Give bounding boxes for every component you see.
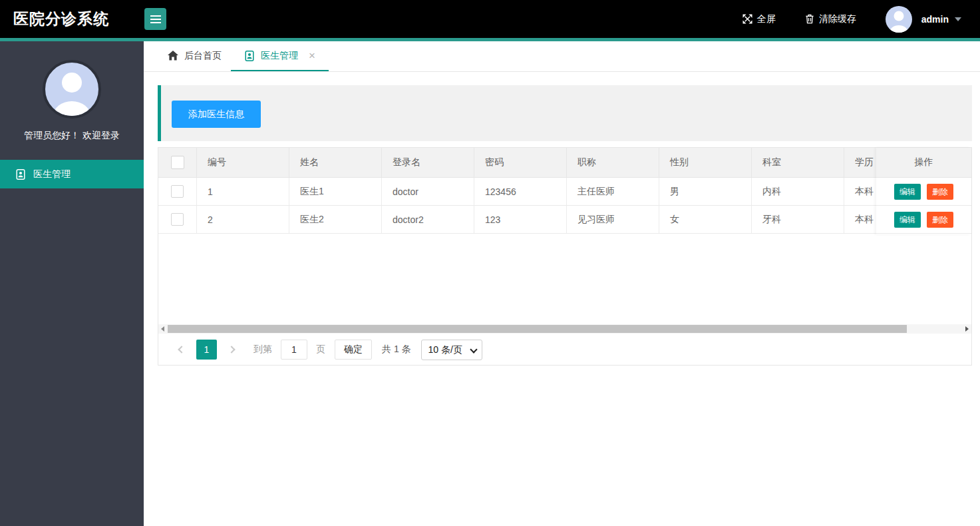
column-header-title: 职称 — [567, 148, 659, 177]
fullscreen-button[interactable]: 全屏 — [742, 13, 776, 25]
edit-button[interactable]: 编辑 — [894, 184, 921, 200]
sidebar-item-doctor-management[interactable]: 医生管理 — [0, 160, 144, 188]
column-header-login: 登录名 — [382, 148, 474, 177]
sidebar-item-label: 医生管理 — [33, 168, 71, 180]
row-checkbox[interactable] — [171, 185, 184, 198]
fullscreen-label: 全屏 — [757, 13, 776, 25]
cell-title: 见习医师 — [567, 206, 659, 233]
page-unit-label: 页 — [316, 344, 325, 356]
sidebar: 管理员您好！ 欢迎登录 医生管理 — [0, 41, 144, 526]
total-count-label: 共 1 条 — [382, 344, 411, 356]
fixed-operations-column: 操作 编辑 删除 编辑 删除 — [876, 148, 971, 234]
tab-close-icon[interactable]: × — [309, 50, 315, 61]
scroll-left-arrow[interactable] — [158, 324, 167, 334]
column-header-operations: 操作 — [876, 148, 971, 178]
horizontal-scrollbar[interactable] — [158, 324, 971, 334]
pagination-bar: 1 到第 页 确定 共 1 条 10 条/页 — [158, 334, 971, 365]
scrollbar-thumb[interactable] — [168, 325, 907, 333]
page-number-button[interactable]: 1 — [196, 340, 217, 360]
cell-password: 123456 — [474, 178, 567, 205]
cell-gender: 女 — [659, 206, 752, 233]
page-size-select-wrap: 10 条/页 — [421, 340, 482, 360]
select-all-checkbox[interactable] — [171, 156, 184, 169]
column-header-password: 密码 — [474, 148, 567, 177]
sidebar-collapse-button[interactable] — [144, 8, 166, 30]
cell-name: 医生1 — [289, 178, 382, 205]
trash-icon — [805, 14, 814, 24]
sidebar-avatar — [43, 60, 101, 119]
column-header-name: 姓名 — [289, 148, 382, 177]
cell-login: doctor2 — [382, 206, 474, 233]
goto-page-input[interactable] — [281, 340, 307, 360]
home-icon — [168, 51, 178, 61]
confirm-page-button[interactable]: 确定 — [335, 340, 372, 360]
tab-doctor-management[interactable]: 医生管理 × — [231, 41, 329, 71]
cell-no: 2 — [197, 206, 289, 233]
app-header: 医院分诊系统 全屏 — [0, 0, 980, 38]
row-checkbox[interactable] — [171, 213, 184, 226]
delete-button[interactable]: 删除 — [927, 212, 953, 228]
user-menu[interactable]: admin — [886, 6, 961, 33]
row-checkbox-cell — [158, 206, 197, 233]
cell-no: 1 — [197, 178, 289, 205]
cell-gender: 男 — [659, 178, 752, 205]
action-panel: 添加医生信息 — [158, 85, 972, 141]
welcome-text: 管理员您好！ 欢迎登录 — [0, 130, 144, 142]
cell-login: doctor — [382, 178, 474, 205]
clear-cache-button[interactable]: 清除缓存 — [805, 13, 856, 25]
cell-department: 内科 — [752, 178, 844, 205]
cell-password: 123 — [474, 206, 567, 233]
cell-name: 医生2 — [289, 206, 382, 233]
table-row: 2 医生2 doctor2 123 见习医师 女 牙科 本科 — [158, 206, 971, 234]
app-title: 医院分诊系统 — [0, 9, 130, 29]
column-header-no: 编号 — [197, 148, 289, 177]
main-content: 后台首页 医生管理 × 添加医生信息 编号 姓名 登录名 密码 — [144, 41, 980, 526]
scroll-right-arrow[interactable] — [963, 324, 971, 334]
tab-doctor-label: 医生管理 — [261, 50, 298, 62]
header-actions: 全屏 清除缓存 admin — [713, 6, 980, 33]
row-operations: 编辑 删除 — [876, 206, 971, 234]
column-header-gender: 性别 — [659, 148, 752, 177]
prev-page-button[interactable] — [173, 340, 190, 360]
goto-page-label: 到第 — [253, 344, 272, 356]
chevron-down-icon — [955, 17, 961, 21]
edit-button[interactable]: 编辑 — [894, 212, 921, 228]
table-row: 1 医生1 doctor 123456 主任医师 男 内科 本科 — [158, 178, 971, 206]
row-operations: 编辑 删除 — [876, 178, 971, 206]
clear-cache-label: 清除缓存 — [819, 13, 856, 25]
fullscreen-expand-icon — [742, 14, 752, 24]
cell-title: 主任医师 — [567, 178, 659, 205]
column-header-department: 科室 — [752, 148, 844, 177]
header-avatar — [886, 6, 912, 33]
add-doctor-button[interactable]: 添加医生信息 — [172, 101, 261, 128]
header-checkbox-cell — [158, 148, 197, 177]
tab-home[interactable]: 后台首页 — [158, 41, 231, 71]
doctor-table: 编号 姓名 登录名 密码 职称 性别 科室 学历 1 医生1 doctor 12… — [158, 147, 972, 366]
id-card-icon — [15, 169, 26, 180]
page-size-select[interactable]: 10 条/页 — [421, 340, 482, 360]
cell-department: 牙科 — [752, 206, 844, 233]
id-card-icon — [244, 51, 255, 61]
row-checkbox-cell — [158, 178, 197, 205]
tab-bar: 后台首页 医生管理 × — [144, 41, 980, 72]
delete-button[interactable]: 删除 — [927, 184, 953, 200]
hamburger-icon — [150, 15, 161, 23]
next-page-button[interactable] — [223, 340, 240, 360]
table-header-row: 编号 姓名 登录名 密码 职称 性别 科室 学历 — [158, 148, 971, 178]
username: admin — [921, 14, 949, 25]
tab-home-label: 后台首页 — [184, 50, 222, 62]
